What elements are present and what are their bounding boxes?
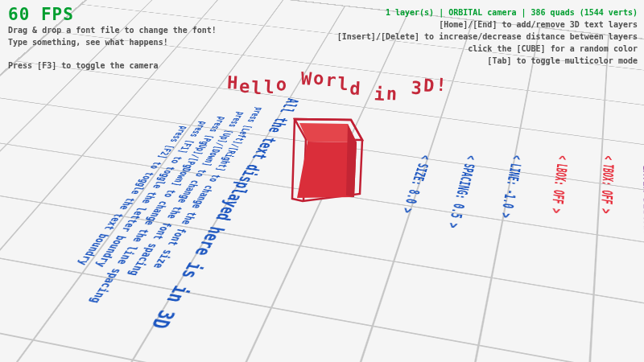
hud-right: 1 layer(s) | ORBITAL camera | 386 quads … xyxy=(337,6,638,67)
fps-counter: 60 FPS xyxy=(8,5,217,24)
hint-press-f3: Press [F3] to toggle the camera xyxy=(8,60,217,72)
hint-multicolor: [Tab] to toggle multicolor mode xyxy=(337,55,638,67)
status-line: 1 layer(s) | ORBITAL camera | 386 quads … xyxy=(337,6,638,19)
hint-drag-drop: Drag & drop a font file to change the fo… xyxy=(8,24,217,36)
hint-layer-distance: [Insert]/[Delete] to increase/decrease d… xyxy=(337,31,638,43)
hint-cube-color: click the [CUBE] for a random color xyxy=(337,43,638,55)
hint-layers: [Home]/[End] to add/remove 3D text layer… xyxy=(337,19,638,31)
hud-left: 60 FPS Drag & drop a font file to change… xyxy=(8,5,217,72)
hint-type-something: Type something, see what happens! xyxy=(8,36,217,48)
app-window: All the text displayed here is in 3Dpres… xyxy=(0,0,644,362)
